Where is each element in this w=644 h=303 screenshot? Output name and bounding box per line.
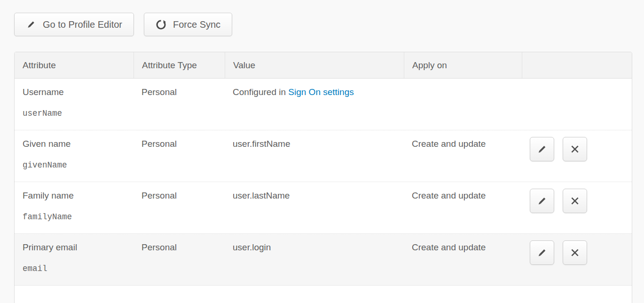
attribute-type-cell: Personal	[134, 79, 225, 130]
apply-on-cell: Create and update	[404, 130, 522, 182]
attribute-variable-name: familyName	[23, 212, 129, 222]
apply-on-cell: Create and update	[404, 182, 522, 233]
table-row-family-name: Family name familyName Personal user.las…	[15, 182, 632, 234]
toolbar: Go to Profile Editor Force Sync	[14, 13, 232, 36]
table-row-primary-email: Primary email email Personal user.login …	[15, 234, 632, 286]
pencil-icon	[26, 19, 36, 30]
edit-mapping-button[interactable]	[530, 137, 554, 161]
delete-mapping-button[interactable]	[563, 189, 587, 213]
attribute-label: Family name	[23, 191, 129, 201]
actions-cell	[522, 182, 632, 233]
attribute-label: Username	[23, 87, 129, 97]
x-icon	[569, 247, 581, 258]
actions-cell	[522, 234, 632, 285]
attribute-type-cell: Personal	[134, 182, 225, 233]
apply-on-cell	[404, 79, 522, 130]
attribute-variable-name: userName	[23, 108, 129, 119]
attribute-label: Given name	[23, 139, 129, 149]
table-row-partial	[15, 286, 632, 303]
attribute-type-cell: Personal	[134, 234, 225, 285]
header-value: Value	[225, 52, 404, 78]
table-row-username: Username userName Personal Configured in…	[15, 79, 632, 130]
value-cell: user.login	[225, 234, 404, 285]
header-attribute: Attribute	[15, 52, 134, 78]
sign-on-settings-link[interactable]: Sign On settings	[288, 87, 353, 97]
edit-mapping-button[interactable]	[530, 189, 554, 213]
actions-cell	[522, 79, 632, 130]
value-cell: user.lastName	[225, 182, 404, 233]
attribute-cell: Family name familyName	[15, 182, 134, 233]
attribute-label: Primary email	[23, 242, 129, 253]
header-attribute-type: Attribute Type	[134, 52, 225, 78]
pencil-icon	[536, 144, 548, 155]
value-cell: user.firstName	[225, 130, 404, 182]
pencil-icon	[536, 195, 548, 207]
force-sync-button[interactable]: Force Sync	[144, 13, 232, 36]
attribute-cell: Given name givenName	[15, 130, 134, 182]
attribute-type-cell: Personal	[134, 130, 225, 182]
value-prefix-text: Configured in	[233, 87, 288, 97]
attribute-cell: Username userName	[15, 79, 134, 130]
header-apply-on: Apply on	[404, 52, 522, 78]
actions-cell	[522, 130, 632, 182]
table-header-row: Attribute Attribute Type Value Apply on	[15, 52, 632, 79]
delete-mapping-button[interactable]	[563, 240, 587, 265]
pencil-icon	[536, 247, 548, 258]
apply-on-cell: Create and update	[404, 234, 522, 285]
attribute-mappings-table: Attribute Attribute Type Value Apply on …	[14, 52, 632, 303]
x-icon	[569, 144, 581, 155]
table-row-given-name: Given name givenName Personal user.first…	[15, 130, 632, 182]
sync-icon	[156, 19, 166, 30]
force-sync-label: Force Sync	[173, 19, 220, 30]
header-actions	[522, 52, 632, 78]
attribute-variable-name: email	[23, 263, 129, 274]
go-to-profile-editor-label: Go to Profile Editor	[43, 19, 122, 30]
x-icon	[569, 195, 581, 207]
delete-mapping-button[interactable]	[563, 137, 587, 161]
attribute-variable-name: givenName	[23, 160, 129, 170]
attribute-cell: Primary email email	[15, 234, 134, 285]
go-to-profile-editor-button[interactable]: Go to Profile Editor	[14, 13, 134, 36]
edit-mapping-button[interactable]	[530, 240, 554, 265]
value-cell: Configured in Sign On settings	[225, 79, 404, 130]
